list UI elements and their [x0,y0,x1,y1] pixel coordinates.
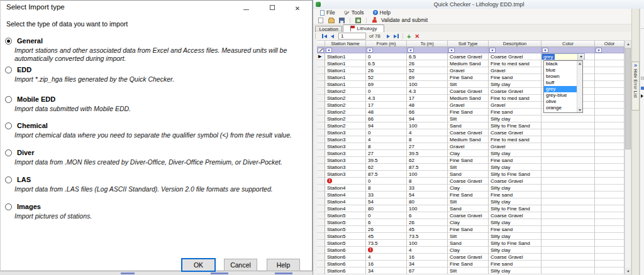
cell-desc[interactable]: Fine to med sand [489,60,541,67]
cell-odor[interactable] [595,67,625,74]
row-selector-cell[interactable]: ▶ [317,53,325,60]
cell-from[interactable]: 26 [366,226,407,233]
cell-desc[interactable]: Silty clay [489,81,541,88]
cell-to[interactable]: 4.3 [407,88,448,95]
cell-station[interactable]: Station3 [325,136,366,143]
cell-soil[interactable]: Coarse Gravel [448,178,489,185]
cell-odor[interactable] [595,247,625,254]
cell-station[interactable]: Station2 [325,109,366,116]
cell-desc[interactable]: Silty clay [489,198,541,205]
validate-submit-button[interactable] [370,17,379,24]
cell-desc[interactable]: Coarse Gravel [489,129,541,136]
cell-to[interactable]: 45 [407,226,448,233]
cell-to[interactable]: 4 [407,129,448,136]
row-selector-cell[interactable] [317,226,325,233]
cell-to[interactable]: 67 [407,267,448,274]
cell-soil[interactable]: Coarse Gravel [448,129,489,136]
row-selector-cell[interactable] [317,150,325,157]
row-selector-cell[interactable] [317,157,325,164]
cell-from[interactable]: 8 [366,185,407,191]
cell-station[interactable]: Station3 [325,164,366,171]
cell-station[interactable]: Station4 [325,185,366,191]
cell-desc[interactable]: Silty clay [489,219,541,226]
cell-to[interactable]: 100 [407,205,448,212]
dropdown-item-orange[interactable]: orange [544,105,577,111]
cell-soil[interactable]: Coarse Gravel [448,88,489,95]
filter-cell-odor[interactable] [595,47,625,53]
cell-odor[interactable] [595,254,625,261]
row-selector-cell[interactable] [317,212,325,219]
cell-station[interactable] [325,178,366,185]
cell-odor[interactable] [595,116,625,122]
cell-soil[interactable]: Silt [448,116,489,122]
tab-lithology[interactable]: Lithology [343,24,384,32]
export-button[interactable] [354,17,362,24]
cell-from[interactable]: 66 [366,116,407,122]
cell-desc[interactable]: Fine sand [489,191,541,198]
cell-station[interactable]: Station5 [325,233,366,240]
cell-to[interactable]: 6 [407,212,448,219]
cell-desc[interactable]: Silty clay [489,247,541,254]
cell-desc[interactable]: Silty clay [489,164,541,171]
cell-color[interactable] [541,129,595,136]
filter-cell-from-m[interactable] [366,47,407,53]
cell-from[interactable]: 73.5 [366,240,407,247]
cell-color[interactable] [541,122,595,129]
cell-odor[interactable] [595,122,625,129]
cell-odor[interactable] [595,205,625,212]
menu-tools[interactable]: Tools [340,9,369,16]
cell-color[interactable] [541,136,595,143]
cell-soil[interactable]: Gravel [448,143,489,150]
cell-odor[interactable] [595,95,625,102]
row-selector-cell[interactable] [317,95,325,102]
scrollbar-thumb[interactable] [625,48,631,149]
prev-record-button[interactable] [328,33,336,40]
ok-button[interactable]: OK [182,259,215,271]
cell-desc[interactable]: Silty clay [489,150,541,157]
cell-soil[interactable]: Fine Sand [448,191,489,198]
cell-desc[interactable]: Coarse Gravel [489,178,541,185]
cell-color[interactable] [541,240,595,247]
cell-from[interactable]: 0 [366,178,407,185]
cell-from[interactable]: 27 [366,150,407,157]
cell-color[interactable] [541,191,595,198]
cell-color[interactable] [541,226,595,233]
scroll-up-icon[interactable] [625,41,631,47]
filter-corner-cell[interactable] [317,47,325,53]
option-edd[interactable]: EDDImport *.zip_hga files generated by t… [5,65,308,84]
cell-color[interactable] [541,261,595,267]
dropdown-item-olive[interactable]: olive [544,99,577,105]
cell-odor[interactable] [595,261,625,267]
cell-to[interactable]: 62 [407,157,448,164]
cell-color[interactable]: grey [541,53,595,60]
row-selector-cell[interactable] [317,74,325,81]
filter-cell-station-name[interactable] [325,47,366,53]
cell-to[interactable]: 100 [407,171,448,178]
row-selector-cell[interactable] [317,219,325,226]
cell-soil[interactable]: Medium Sand [448,95,489,102]
cell-desc[interactable]: Gravel [489,102,541,109]
cell-from[interactable]: 6 [366,219,407,226]
cell-color[interactable] [541,267,595,274]
column-header-soil-type[interactable]: Soil Type [448,40,489,47]
row-selector-cell[interactable] [317,198,325,205]
cell-desc[interactable]: Silty clay [489,267,541,274]
cell-station[interactable]: Station4 [325,198,366,205]
cell-station[interactable]: Station6 [325,267,366,274]
cell-from[interactable]: 16 [366,261,407,267]
color-combobox[interactable]: grey [541,53,585,60]
cell-desc[interactable]: Silty to Fine Sand [489,122,541,129]
cell-soil[interactable]: Silt [448,267,489,274]
cell-from[interactable]: 17 [366,102,407,109]
cell-station[interactable]: Station2 [325,116,366,122]
cell-color[interactable] [541,198,595,205]
filter-icon[interactable] [596,48,602,53]
cell-station[interactable]: Station4 [325,191,366,198]
cell-odor[interactable] [595,102,625,109]
cell-desc[interactable]: Silty to Fine Sand [489,205,541,212]
cell-to[interactable]: 8 [407,178,448,185]
cell-desc[interactable]: Coarse Gravel [489,254,541,261]
option-general[interactable]: GeneralImport stations and other associa… [5,36,308,62]
row-selector-cell[interactable] [317,129,325,136]
filter-cell-description[interactable] [489,47,541,53]
